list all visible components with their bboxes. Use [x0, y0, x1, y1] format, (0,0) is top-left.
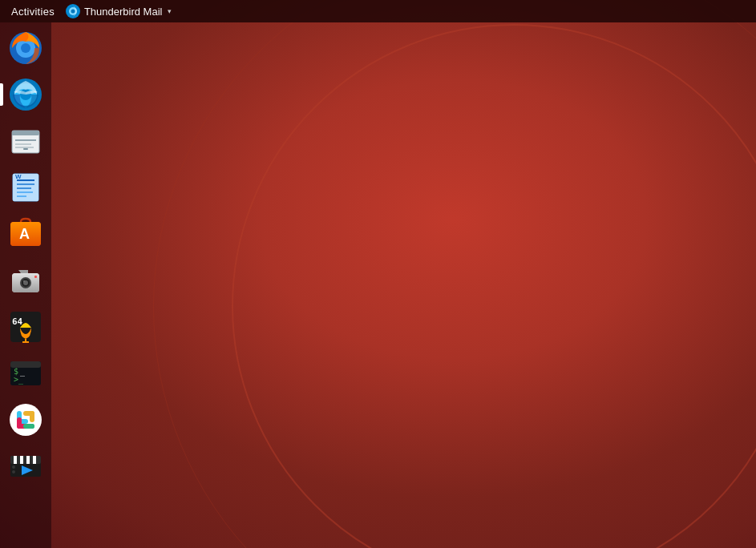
appstore-icon: A	[9, 217, 42, 251]
dock: W A	[0, 22, 51, 548]
dock-item-files[interactable]	[5, 120, 46, 162]
svg-rect-55	[14, 456, 17, 464]
svg-point-61	[12, 465, 15, 469]
vm-icon-container: 64	[9, 310, 42, 344]
files-icon	[9, 124, 42, 158]
slack-icon	[9, 403, 42, 437]
svg-rect-11	[12, 131, 39, 135]
thunderbird-menu-icon	[66, 4, 80, 18]
terminal-icon: $ _ >_	[9, 357, 42, 390]
dock-item-thunderbird[interactable]	[5, 74, 46, 115]
app-menu-dropdown-arrow: ▾	[168, 7, 172, 15]
svg-text:64: 64	[12, 316, 23, 327]
svg-point-60	[12, 470, 15, 473]
dock-item-terminal[interactable]: $ _ >_	[5, 353, 46, 394]
svg-point-5	[21, 43, 30, 53]
svg-rect-33	[34, 276, 37, 278]
svg-point-2	[71, 10, 75, 14]
dock-item-libreoffice[interactable]: W	[5, 167, 46, 208]
svg-text:>_: >_	[14, 375, 24, 385]
topbar: Activities Thunderbird Mail ▾	[0, 0, 756, 22]
camera-icon	[9, 264, 42, 297]
svg-rect-56	[20, 456, 23, 464]
firefox-icon	[9, 31, 42, 65]
app-menu-label: Thunderbird Mail	[84, 6, 163, 18]
kdenlive-icon	[9, 449, 42, 483]
activities-button[interactable]: Activities	[5, 0, 61, 22]
svg-rect-15	[23, 148, 28, 150]
svg-text:W: W	[15, 173, 22, 180]
svg-rect-57	[26, 456, 30, 464]
dock-item-vm[interactable]: 64	[5, 306, 46, 348]
svg-rect-58	[33, 456, 36, 464]
dock-item-firefox[interactable]	[5, 27, 46, 69]
vm-icon: 64	[9, 310, 42, 344]
svg-rect-52	[23, 424, 34, 429]
dock-item-camera[interactable]	[5, 260, 46, 301]
dock-item-kdenlive[interactable]	[5, 445, 46, 487]
svg-rect-50	[17, 417, 22, 429]
thunderbird-icon	[9, 78, 42, 111]
svg-point-32	[23, 280, 25, 282]
dock-item-slack[interactable]	[5, 399, 46, 441]
svg-text:A: A	[19, 226, 30, 242]
svg-rect-48	[23, 411, 34, 416]
desktop: Activities Thunderbird Mail ▾	[0, 0, 756, 548]
dock-item-ubuntu-software[interactable]: A	[5, 213, 46, 255]
libreoffice-icon: W	[9, 171, 42, 204]
app-menu[interactable]: Thunderbird Mail ▾	[61, 0, 177, 22]
